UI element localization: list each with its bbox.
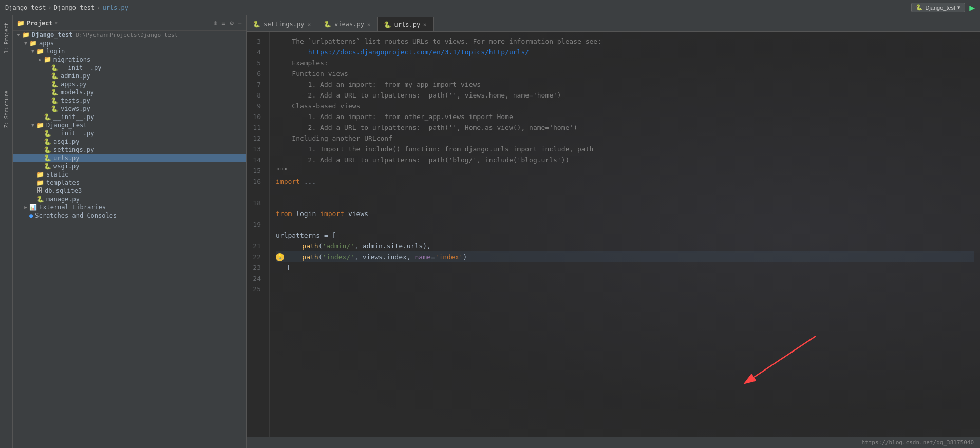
line-num: 22 <box>247 251 265 262</box>
code-function: path <box>302 241 318 251</box>
py-file-icon: 🐍 <box>44 163 51 170</box>
tree-item-scratches[interactable]: ● Scratches and Consoles <box>13 211 246 220</box>
code-text: urlpatterns = [ <box>276 230 336 241</box>
folder-icon: 📁 <box>17 20 25 27</box>
tab-views[interactable]: 🐍 views.py ✕ <box>317 17 377 31</box>
structure-vtab[interactable]: Z: Structure <box>3 89 10 130</box>
code-text: Class-based views <box>276 101 360 111</box>
code-line-8: 2. Add a URL to urlpatterns: path('', vi… <box>276 90 974 101</box>
breadcrumb-item-3: urls.py <box>102 4 128 11</box>
tab-close-button[interactable]: ✕ <box>367 21 371 28</box>
folder-icon: 📁 <box>36 48 44 55</box>
py-file-icon: 🐍 <box>44 138 51 145</box>
tab-py-icon: 🐍 <box>324 21 331 28</box>
py-file-icon: 🐍 <box>36 196 44 203</box>
tree-item-asgi[interactable]: 🐍 asgi.py <box>13 138 246 146</box>
line-num: 21 <box>247 241 265 251</box>
tab-close-button[interactable]: ✕ <box>307 21 311 28</box>
minimize-icon[interactable]: − <box>238 19 242 27</box>
py-file-icon: 🐍 <box>51 97 59 104</box>
code-editor[interactable]: The `urlpatterns` list routes URLs to vi… <box>270 32 980 437</box>
line-num: 5 <box>247 57 265 68</box>
breadcrumb: Django_test › Django_test › urls.py <box>5 4 911 11</box>
tab-urls[interactable]: 🐍 urls.py ✕ <box>378 17 434 31</box>
folder-icon: 📁 <box>29 40 37 47</box>
tree-item-templates[interactable]: 📁 templates <box>13 179 246 187</box>
code-text: 2. Add a URL to urlpatterns: path('', vi… <box>276 90 561 101</box>
code-line-3: The `urlpatterns` list routes URLs to vi… <box>276 36 974 47</box>
scratches-icon: ● <box>29 212 33 219</box>
code-line-14: 2. Add a URL to urlpatterns: path('blog/… <box>276 154 974 165</box>
code-line-12: Including another URLconf <box>276 133 974 144</box>
tree-item-login[interactable]: ▼ 📁 login <box>13 47 246 55</box>
tree-item-admin[interactable]: 🐍 admin.py <box>13 72 246 80</box>
code-text: login <box>292 208 320 219</box>
tree-label: Django_test <box>46 122 87 129</box>
tree-label: External Libraries <box>39 204 106 211</box>
project-vtab[interactable]: 1: Project <box>3 21 10 55</box>
arrow-icon: ▼ <box>29 49 36 54</box>
line-num: 14 <box>247 154 265 165</box>
breadcrumb-item-1: Django_test <box>5 4 46 11</box>
tree-label: urls.py <box>53 154 80 162</box>
tree-item-db[interactable]: 🗄 db.sqlite3 <box>13 187 246 195</box>
code-line-5: Examples: <box>276 57 974 68</box>
tree-item-migrations[interactable]: ▶ 📁 migrations <box>13 55 246 64</box>
tree-item-django-sub[interactable]: ▼ 📁 Django_test <box>13 121 246 129</box>
code-link[interactable]: https://docs.djangoproject.com/en/3.1/to… <box>308 47 529 57</box>
line-num: 24 <box>247 273 265 284</box>
locate-icon[interactable]: ⊕ <box>214 19 218 27</box>
tree-item-views-login[interactable]: 🐍 views.py <box>13 105 246 113</box>
tree-item-settings[interactable]: 🐍 settings.py <box>13 146 246 154</box>
tree-label: static <box>46 171 68 178</box>
tree-label: __init__.py <box>53 130 94 137</box>
arrow-icon: ▼ <box>29 123 36 128</box>
project-label: Django_test <box>925 5 955 11</box>
tree-item-ext-libs[interactable]: ▶ 📊 External Libraries <box>13 203 246 211</box>
code-line-13: 1. Import the include() function: from d… <box>276 144 974 154</box>
folder-icon: 📁 <box>36 171 44 178</box>
tree-item-static[interactable]: 📁 static <box>13 170 246 179</box>
tree-item-apps-py[interactable]: 🐍 apps.py <box>13 80 246 88</box>
settings-gear-icon[interactable]: ⚙ <box>230 19 234 27</box>
tree-label: Scratches and Consoles <box>35 212 117 219</box>
tree-item-init1[interactable]: 🐍 __init__.py <box>13 64 246 72</box>
vertical-tabs: 1: Project Z: Structure <box>0 15 13 448</box>
chevron-down-icon: ▾ <box>957 4 960 11</box>
bulb-icon[interactable]: 💡 <box>276 253 284 261</box>
tab-settings[interactable]: 🐍 settings.py ✕ <box>247 17 317 31</box>
line-num: 7 <box>247 79 265 90</box>
tree-item-urls[interactable]: 🐍 urls.py <box>13 154 246 162</box>
tree-item-wsgi[interactable]: 🐍 wsgi.py <box>13 162 246 170</box>
tab-py-icon: 🐍 <box>384 21 391 28</box>
tree-label: wsgi.py <box>53 163 80 170</box>
code-text: 1. Add an import: from other_app.views i… <box>276 111 513 122</box>
folder-icon: 📁 <box>22 31 30 38</box>
tree-path: D:\PycharmProjects\Django_test <box>76 32 178 38</box>
project-title-label: Project <box>27 20 53 27</box>
project-dropdown-button[interactable]: 🐍 Django_test ▾ <box>911 3 965 12</box>
tree-label: asgi.py <box>53 138 80 145</box>
arrow-icon: ▼ <box>22 41 29 46</box>
tree-label: models.py <box>61 89 94 96</box>
tree-item-init3[interactable]: 🐍 __init__.py <box>13 129 246 138</box>
tree-item-apps[interactable]: ▼ 📁 apps <box>13 39 246 47</box>
expand-icon[interactable]: ≡ <box>222 19 226 27</box>
tree-label: apps.py <box>61 81 87 88</box>
py-file-icon: 🐍 <box>51 81 59 88</box>
tree-item-django-root[interactable]: ▼ 📁 Django_test D:\PycharmProjects\Djang… <box>13 31 246 39</box>
tree-item-tests[interactable]: 🐍 tests.py <box>13 96 246 105</box>
code-text: The `urlpatterns` list routes URLs to vi… <box>276 36 601 47</box>
code-line-15: """ <box>276 165 974 176</box>
code-line-9: Class-based views <box>276 101 974 111</box>
tree-item-manage[interactable]: 🐍 manage.py <box>13 195 246 203</box>
code-function: path <box>302 251 318 262</box>
code-line-24: ] <box>276 262 974 273</box>
run-button[interactable]: ▶ <box>969 2 975 13</box>
tree-label: login <box>46 48 65 55</box>
tree-item-init2[interactable]: 🐍 __init__.py <box>13 113 246 121</box>
tab-close-button[interactable]: ✕ <box>423 21 427 28</box>
code-text: Function views <box>276 68 348 79</box>
line-num: 12 <box>247 133 265 144</box>
tree-item-models[interactable]: 🐍 models.py <box>13 88 246 96</box>
